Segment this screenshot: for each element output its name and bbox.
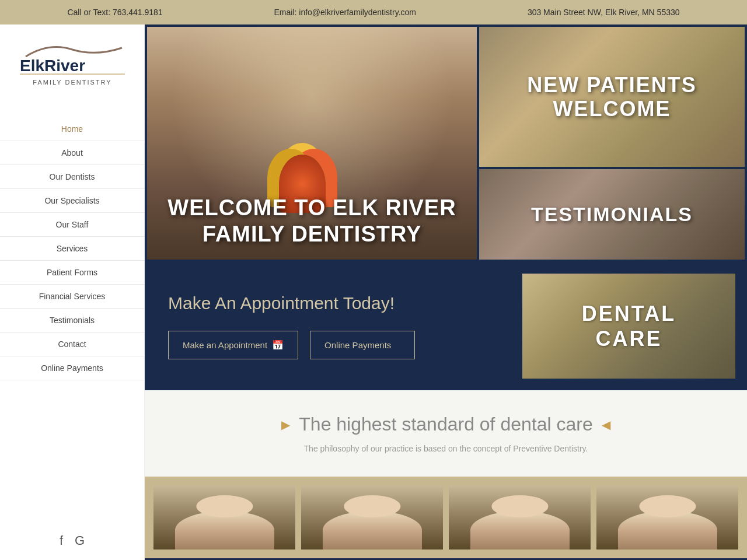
appointment-section: Make An Appointment Today! Make an Appoi… (145, 262, 747, 390)
google-icon[interactable]: G (75, 533, 85, 548)
hero-main-text: WELCOME TO ELK RIVERFAMILY DENTISTRY (147, 183, 477, 260)
email-text[interactable]: Email: info@elkriverfamilydentistry.com (274, 8, 416, 17)
standards-subtitle: The philosophy of our practice is based … (156, 444, 735, 453)
doctor-image-4 (596, 485, 738, 550)
appointment-left: Make An Appointment Today! Make an Appoi… (156, 274, 511, 379)
main-layout: ElkRiver FAMILY DENTISTRY Home About Our… (0, 24, 747, 560)
sidebar-item-our-dentists[interactable]: Our Dentists (0, 165, 144, 189)
hero-testimonials[interactable]: TESTIMONIALS (479, 169, 745, 260)
testimonials-text: TESTIMONIALS (525, 197, 699, 232)
sidebar-item-testimonials[interactable]: Testimonials (0, 309, 144, 332)
doctor-image-3 (449, 485, 591, 550)
doctor-photo-2[interactable] (301, 485, 443, 550)
sidebar-item-financial-services[interactable]: Financial Services (0, 285, 144, 309)
make-appointment-label: Make an Appointment (183, 340, 267, 350)
standards-section: ▶ The highest standard of dental care ◀ … (145, 390, 747, 477)
logo: ElkRiver FAMILY DENTISTRY (14, 39, 131, 92)
online-payments-button[interactable]: Online Payments (310, 331, 415, 359)
svg-text:FAMILY DENTISTRY: FAMILY DENTISTRY (33, 79, 111, 86)
doctor-image-2 (301, 485, 443, 550)
hero-main-image: WELCOME TO ELK RIVERFAMILY DENTISTRY (147, 27, 477, 260)
calendar-icon: 📅 (272, 340, 284, 351)
sidebar-item-online-payments[interactable]: Online Payments (0, 356, 144, 380)
hero-grid: WELCOME TO ELK RIVERFAMILY DENTISTRY NEW… (145, 24, 747, 262)
doctor-image-1 (153, 485, 295, 550)
phone-text[interactable]: Call or Text: 763.441.9181 (67, 8, 162, 17)
content-area: WELCOME TO ELK RIVERFAMILY DENTISTRY NEW… (145, 24, 747, 560)
sidebar-item-services[interactable]: Services (0, 237, 144, 261)
sidebar-item-about[interactable]: About (0, 141, 144, 165)
hero-new-patients[interactable]: NEW PATIENTSWELCOME (479, 27, 745, 167)
logo-area[interactable]: ElkRiver FAMILY DENTISTRY (2, 30, 142, 106)
doctors-section (145, 477, 747, 558)
doctor-photo-1[interactable] (153, 485, 295, 550)
standards-title-text: The highest standard of dental care (299, 414, 592, 435)
doctor-photo-4[interactable] (596, 485, 738, 550)
arrow-left-icon: ◀ (602, 418, 610, 432)
doctor-photo-3[interactable] (449, 485, 591, 550)
social-icons-area: f G (48, 522, 96, 560)
address-text: 303 Main Street NW, Elk River, MN 55330 (528, 8, 680, 17)
sidebar: ElkRiver FAMILY DENTISTRY Home About Our… (0, 24, 145, 560)
sidebar-item-home[interactable]: Home (0, 117, 144, 141)
sidebar-item-our-staff[interactable]: Our Staff (0, 213, 144, 237)
appointment-buttons: Make an Appointment 📅 Online Payments (168, 331, 499, 359)
appointment-title: Make An Appointment Today! (168, 293, 499, 313)
top-bar: Call or Text: 763.441.9181 Email: info@e… (0, 0, 747, 24)
standards-title: ▶ The highest standard of dental care ◀ (156, 414, 735, 435)
arrow-right-icon: ▶ (281, 418, 290, 432)
svg-text:ElkRiver: ElkRiver (20, 57, 85, 75)
dental-care-image: DENTALCARE (522, 274, 735, 379)
new-patients-text: NEW PATIENTSWELCOME (521, 67, 703, 127)
sidebar-item-contact[interactable]: Contact (0, 332, 144, 356)
sidebar-nav: Home About Our Dentists Our Specialists … (0, 117, 144, 380)
dental-care-text: DENTALCARE (582, 301, 676, 351)
sidebar-item-our-specialists[interactable]: Our Specialists (0, 189, 144, 213)
make-appointment-button[interactable]: Make an Appointment 📅 (168, 331, 298, 359)
sidebar-item-patient-forms[interactable]: Patient Forms (0, 261, 144, 285)
online-payments-label: Online Payments (324, 340, 391, 350)
facebook-icon[interactable]: f (60, 533, 63, 548)
